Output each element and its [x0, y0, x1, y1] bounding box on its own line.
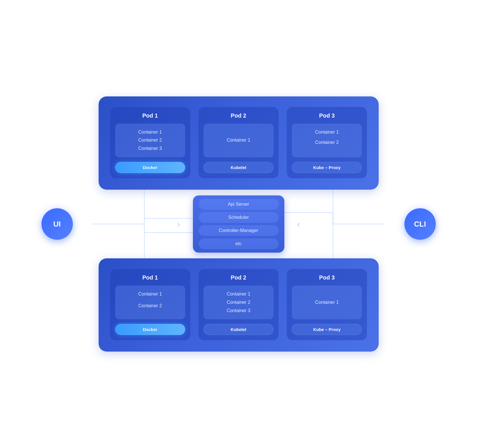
cp-controller-manager: Controller-Manager [199, 225, 279, 236]
bottom-pod-1-c1: Container 1 [119, 290, 181, 298]
cli-label: CLI [414, 220, 426, 229]
bottom-cluster: Pod 1 Container 1 Container 2 Docker Pod… [99, 258, 379, 352]
top-pod-3-containers: Container 1 Container 2 [292, 124, 362, 157]
top-pod-3: Pod 3 Container 1 Container 2 Kube – Pro… [287, 107, 367, 178]
bottom-pod-3: Pod 3 Container 1 Kube – Proxy [287, 269, 367, 340]
bottom-pod-2-c2: Container 2 [207, 298, 270, 307]
top-pod-3-title: Pod 3 [292, 112, 362, 119]
top-pod-2: Pod 2 Container 1 Kubelet [198, 107, 279, 178]
top-pod-2-service: Kubelet [203, 162, 274, 173]
bottom-pod-2: Pod 2 Container 1 Container 2 Container … [198, 269, 279, 340]
bottom-pods-row: Pod 1 Container 1 Container 2 Docker Pod… [110, 269, 367, 340]
top-pod-1: Pod 1 Container 1 Container 2 Container … [110, 107, 190, 178]
bottom-pod-2-title: Pod 2 [203, 274, 274, 281]
cli-circle: CLI [404, 208, 436, 240]
bottom-pod-2-c3: Container 3 [207, 307, 270, 315]
middle-section: UI › Api Server Scheduler Controller-Man… [81, 190, 396, 258]
cp-scheduler: Scheduler [199, 212, 279, 223]
top-pod-1-c1: Container 1 [119, 128, 181, 136]
top-pods-row: Pod 1 Container 1 Container 2 Container … [110, 107, 367, 178]
top-pod-2-c1: Container 1 [227, 136, 250, 144]
top-cluster: Pod 1 Container 1 Container 2 Container … [99, 96, 379, 190]
bottom-pod-2-containers: Container 1 Container 2 Container 3 [203, 286, 274, 319]
bottom-pod-2-service: Kubelet [203, 324, 274, 335]
top-pod-3-c1: Container 1 [296, 128, 358, 136]
diagram-container: Pod 1 Container 1 Container 2 Container … [81, 96, 396, 352]
top-pod-1-containers: Container 1 Container 2 Container 3 [115, 124, 185, 157]
bottom-pod-1-title: Pod 1 [115, 274, 185, 281]
right-chevron-icon: › [297, 219, 300, 229]
bottom-pod-1-c2: Container 2 [119, 302, 181, 310]
top-pod-1-title: Pod 1 [115, 112, 185, 119]
ui-circle: UI [41, 208, 73, 240]
top-pod-1-service: Docker [115, 162, 185, 173]
bottom-pod-3-containers: Container 1 [292, 286, 362, 319]
left-chevron-icon: › [177, 219, 180, 229]
bottom-pod-1: Pod 1 Container 1 Container 2 Docker [110, 269, 190, 340]
bottom-pod-3-title: Pod 3 [292, 274, 362, 281]
bottom-pod-1-containers: Container 1 Container 2 [115, 286, 185, 319]
top-pod-1-c2: Container 2 [119, 136, 181, 144]
top-pod-2-title: Pod 2 [203, 112, 274, 119]
top-pod-2-containers: Container 1 [203, 124, 274, 157]
bottom-pod-2-c1: Container 1 [207, 290, 270, 298]
top-pod-1-c3: Container 3 [119, 144, 181, 153]
bottom-pod-1-service: Docker [115, 324, 185, 335]
ui-label: UI [53, 220, 61, 229]
cp-etc: etc [199, 238, 279, 249]
top-pod-3-service: Kube – Proxy [292, 162, 362, 173]
control-plane: Api Server Scheduler Controller-Manager … [193, 195, 284, 253]
top-pod-3-c2: Container 2 [296, 138, 358, 147]
cp-api-server: Api Server [199, 199, 279, 210]
bottom-pod-3-service: Kube – Proxy [292, 324, 362, 335]
bottom-pod-3-c1: Container 1 [315, 298, 339, 307]
